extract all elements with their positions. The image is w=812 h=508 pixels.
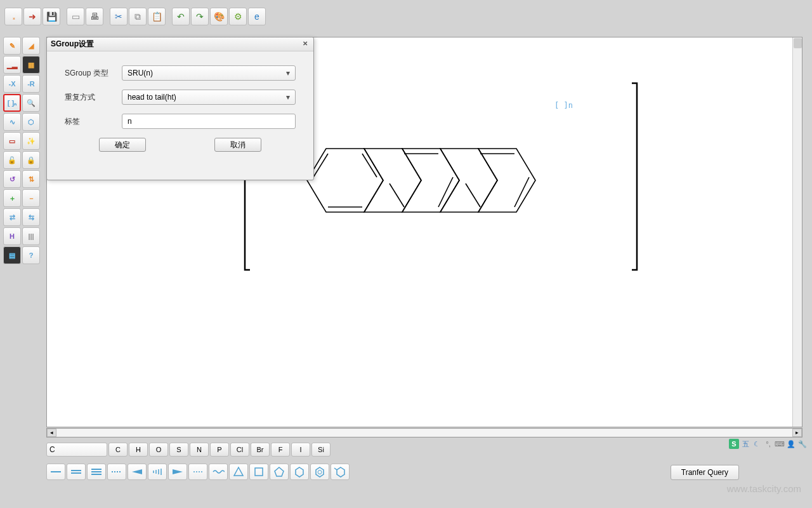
wand-tool[interactable]: ✨ [22,132,40,150]
remove-x-tool[interactable]: -X [3,75,21,93]
bond-dash[interactable] [107,464,126,480]
element-Si[interactable]: Si [311,443,331,457]
lock-tool[interactable]: 🔒 [22,151,40,169]
svg-marker-3 [440,149,497,212]
ime-keyboard-icon[interactable]: ⌨ [775,439,785,449]
ring-6[interactable] [290,464,309,480]
bond-triple[interactable] [87,464,106,480]
svg-line-12 [390,184,404,207]
element-I[interactable]: I [291,443,310,457]
bond-single[interactable] [46,464,65,480]
svg-point-29 [199,471,200,472]
element-Br[interactable]: Br [251,443,270,457]
bars-tool[interactable]: ||| [22,227,40,245]
scroll-right-arrow[interactable]: ▸ [792,429,802,437]
svg-marker-2 [402,149,459,212]
palette-button[interactable]: 🎨 [210,8,228,25]
benzene-tool[interactable]: ⬡ [22,113,40,131]
chain-tool[interactable]: ∿ [3,113,21,131]
element-O[interactable]: O [149,443,168,457]
top-toolbar: ⸼ ➜ 💾 ▭ 🖶 ✂ ⧉ 📋 ↶ ↷ 🎨 ⚙ e [3,5,810,30]
remove-tool[interactable]: － [22,189,40,207]
element-H[interactable]: H [129,443,148,457]
sgroup-type-select[interactable]: SRU(n) [122,65,296,81]
rebuild-button[interactable]: ⚙ [229,8,247,25]
ring-5[interactable] [270,464,289,480]
redo-button[interactable]: ↷ [191,8,209,25]
dialog-close-icon[interactable]: ✕ [301,40,310,49]
bond-hash[interactable] [148,464,167,480]
eraser-tool[interactable]: ◢ [22,37,40,55]
ime-punct-icon[interactable]: °, [763,439,773,449]
label-tag: 标签 [65,116,122,127]
sgroup-type-value: SRU(n) [128,69,153,77]
elements-bar: C H O S N P Cl Br F I Si [46,441,802,458]
chart-tool[interactable]: ▁▂ [3,56,21,74]
repeat-select[interactable]: head to tail(ht) [122,90,296,105]
new-button[interactable]: ⸼ [4,8,22,25]
save-button[interactable]: 💾 [43,8,60,25]
cut-button[interactable]: ✂ [110,8,128,25]
unlock-tool[interactable]: 🔓 [3,151,21,169]
bond-wavy[interactable] [209,464,228,480]
ring-chain[interactable] [331,464,350,480]
ime-status-bar: S 五 ☾ °, ⌨ 👤 🔧 [729,439,808,449]
svg-marker-33 [275,467,284,476]
undo-button[interactable]: ↶ [172,8,190,25]
paste-button[interactable]: 📋 [148,8,166,25]
element-C[interactable]: C [108,443,128,457]
import-button[interactable]: ➜ [23,8,41,25]
svg-marker-31 [234,467,243,476]
print-button[interactable]: 🖶 [86,8,103,25]
ime-user-icon[interactable]: 👤 [786,439,796,449]
ring-4[interactable] [249,464,268,480]
remove-r-tool[interactable]: -R [22,75,40,93]
label-sgroup-type: SGroup 类型 [65,68,122,79]
copy-button[interactable]: ⧉ [129,8,147,25]
align-v-tool[interactable]: ⇆ [22,208,40,226]
flip-tool[interactable]: ⇅ [22,170,40,188]
add-tool[interactable]: ＋ [3,189,21,207]
zoom-tool[interactable]: 🔍 [22,94,40,112]
transfer-query-button[interactable]: Tranfer Query [671,465,739,480]
svg-marker-4 [478,149,535,212]
h-bracket-tool[interactable]: H [3,227,21,245]
bond-dots[interactable] [188,464,207,480]
element-F[interactable]: F [271,443,290,457]
align-h-tool[interactable]: ⇄ [3,208,21,226]
terminal-tool[interactable]: ▤ [3,246,21,264]
side-toolbar: ✎◢ ▁▂▦ -X-R [ ]ₙ🔍 ∿⬡ ▭✨ 🔓🔒 ↺⇅ ＋－ ⇄⇆ H|||… [3,37,43,265]
sgroup-bracket-tool[interactable]: [ ]ₙ [3,94,21,112]
ring-benzene[interactable] [310,464,329,480]
element-input[interactable] [46,443,107,457]
scroll-left-arrow[interactable]: ◂ [47,429,56,437]
ok-button[interactable]: 确定 [99,138,146,152]
vertical-scrollbar[interactable] [792,37,802,427]
bond-double[interactable] [67,464,86,480]
sgroup-cursor-hint: [ ]n [554,101,573,110]
ring-3[interactable] [229,464,248,480]
rotate-tool[interactable]: ↺ [3,170,21,188]
ime-moon-icon[interactable]: ☾ [752,439,762,449]
svg-point-27 [193,471,195,472]
clear-button[interactable]: ▭ [67,8,84,25]
svg-rect-32 [255,468,263,476]
pencil-tool[interactable]: ✎ [3,37,21,55]
element-Cl[interactable]: Cl [230,443,249,457]
ime-settings-icon[interactable]: 🔧 [797,439,808,449]
horizontal-scrollbar[interactable]: ◂ ▸ [46,428,802,438]
cancel-button[interactable]: 取消 [214,138,261,152]
bond-wedge[interactable] [128,464,147,480]
ime-label[interactable]: 五 [740,439,750,449]
browser-button[interactable]: e [248,8,266,25]
element-S[interactable]: S [169,443,188,457]
tag-input[interactable] [122,114,296,129]
element-P[interactable]: P [210,443,229,457]
ime-engine-icon[interactable]: S [729,439,739,449]
svg-marker-34 [296,467,303,477]
help-tool[interactable]: ? [22,246,40,264]
element-N[interactable]: N [190,443,209,457]
marquee-tool[interactable]: ▭ [3,132,21,150]
select-rect-tool[interactable]: ▦ [22,56,40,74]
bond-bold-wedge[interactable] [168,464,187,480]
